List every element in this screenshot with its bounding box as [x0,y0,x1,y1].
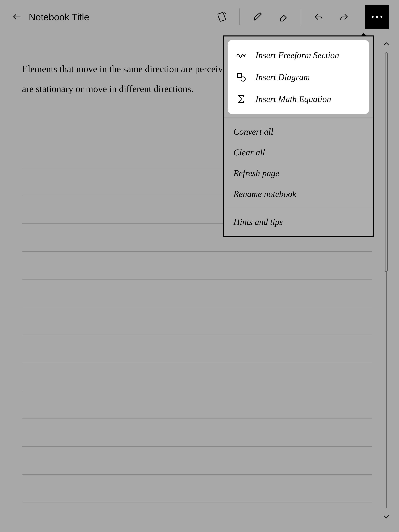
pen-button[interactable] [250,9,265,25]
chevron-down-icon [383,515,389,519]
menu-label: Convert all [234,127,273,137]
back-arrow-icon [12,12,22,22]
rotate-button[interactable] [214,9,229,25]
ruled-line [22,252,372,279]
hints-tips-item[interactable]: Hints and tips [224,211,373,232]
svg-rect-1 [237,73,242,77]
freeform-icon [235,49,247,61]
refresh-page-item[interactable]: Refresh page [224,163,373,184]
ruled-line [22,279,372,307]
more-menu-button[interactable] [365,5,389,29]
menu-label: Insert Diagram [255,72,310,82]
svg-point-2 [241,77,245,81]
rename-notebook-item[interactable]: Rename notebook [224,184,373,204]
dropdown-arrow [361,33,367,37]
insert-freeform-item[interactable]: Insert Freeform Section [228,44,369,66]
ruled-line [22,363,372,391]
ruled-line [22,307,372,335]
redo-button[interactable] [336,9,352,25]
more-dots-icon [372,16,382,18]
scroll-track[interactable] [386,52,387,508]
back-button[interactable] [10,10,24,24]
scroll-up-button[interactable] [383,41,390,47]
ruled-line [22,447,372,475]
toolbar: Notebook Title [0,0,399,34]
ruled-line [22,475,372,502]
menu-label: Insert Math Equation [255,94,331,104]
pen-icon [252,11,263,23]
undo-icon [313,11,325,23]
scroll-thumb[interactable] [385,52,388,272]
more-dropdown-menu: Insert Freeform Section Insert Diagram I… [223,35,374,237]
help-section: Hints and tips [224,208,373,236]
insert-diagram-item[interactable]: Insert Diagram [228,66,369,88]
notebook-title[interactable]: Notebook Title [29,12,89,22]
scroll-down-button[interactable] [383,513,390,520]
chevron-up-icon [383,42,389,46]
ruled-line [22,419,372,447]
menu-label: Rename notebook [234,189,296,199]
menu-label: Insert Freeform Section [255,50,339,60]
redo-icon [338,11,350,23]
eraser-button[interactable] [275,9,290,25]
menu-label: Refresh page [234,168,279,178]
ruled-line [22,335,372,363]
toolbar-divider [239,8,240,25]
insert-section: Insert Freeform Section Insert Diagram I… [228,40,369,114]
tool-group [214,5,389,29]
rotate-icon [216,11,228,23]
ruled-line [22,391,372,419]
menu-label: Hints and tips [234,217,283,227]
insert-math-item[interactable]: Insert Math Equation [228,88,369,110]
convert-all-item[interactable]: Convert all [224,121,373,142]
diagram-icon [235,71,247,83]
menu-label: Clear all [234,147,265,157]
eraser-icon [277,11,289,23]
svg-rect-0 [218,12,226,22]
clear-all-item[interactable]: Clear all [224,142,373,163]
toolbar-divider [301,8,301,25]
sigma-icon [235,93,247,105]
scrollbar[interactable] [382,41,391,520]
undo-button[interactable] [311,9,326,25]
actions-section: Convert all Clear all Refresh page Renam… [224,118,373,208]
